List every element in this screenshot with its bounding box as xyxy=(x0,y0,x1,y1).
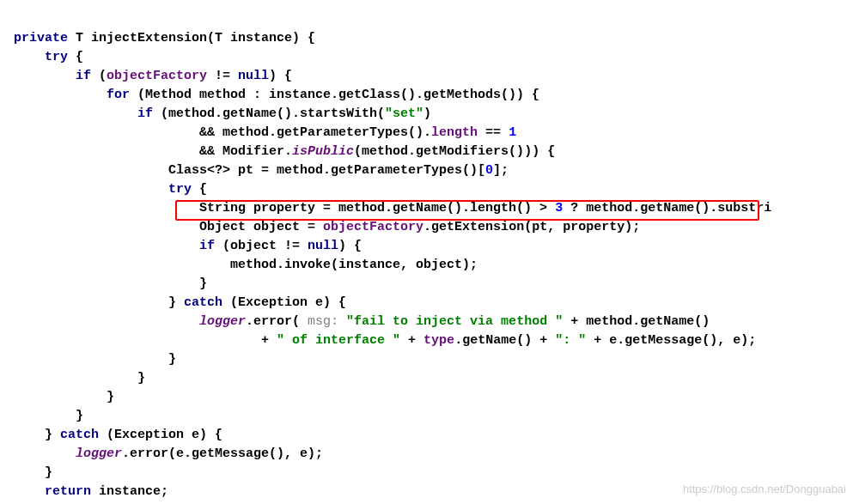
code-line: } xyxy=(14,371,145,386)
code-line: try { xyxy=(14,182,207,197)
code-line: for (Method method : instance.getClass()… xyxy=(14,88,539,102)
code-line: logger.error( msg: "fail to inject via m… xyxy=(14,314,710,329)
code-line: } xyxy=(14,465,52,480)
code-line: Class<?> pt = method.getParameterTypes()… xyxy=(14,163,509,178)
code-line: && method.getParameterTypes().length == … xyxy=(14,125,516,140)
code-line: if (object != null) { xyxy=(14,239,362,253)
code-line: } xyxy=(14,409,83,423)
code-line: } xyxy=(14,276,207,291)
code-line: if (method.getName().startsWith("set") xyxy=(14,106,431,121)
code-line: Object object = objectFactory.getExtensi… xyxy=(14,220,640,234)
code-line: logger.error(e.getMessage(), e); xyxy=(14,446,323,461)
code-line: private T injectExtension(T instance) { xyxy=(14,31,315,46)
code-line: + " of interface " + type.getName() + ":… xyxy=(14,333,756,348)
code-line: method.invoke(instance, object); xyxy=(14,258,478,272)
code-line: try { xyxy=(14,50,83,64)
code-line: } xyxy=(14,352,176,367)
code-line: if (objectFactory != null) { xyxy=(14,69,292,83)
code-line: } catch (Exception e) { xyxy=(14,295,346,310)
code-line: } xyxy=(14,390,114,404)
watermark-text: https://blog.csdn.net/Dongguabai xyxy=(683,480,846,499)
code-line: String property = method.getName().lengt… xyxy=(14,201,771,216)
code-block: private T injectExtension(T instance) { … xyxy=(0,0,853,504)
code-line: } catch (Exception e) { xyxy=(14,428,222,442)
code-line: && Modifier.isPublic(method.getModifiers… xyxy=(14,144,555,159)
code-line: return instance; xyxy=(14,484,168,499)
